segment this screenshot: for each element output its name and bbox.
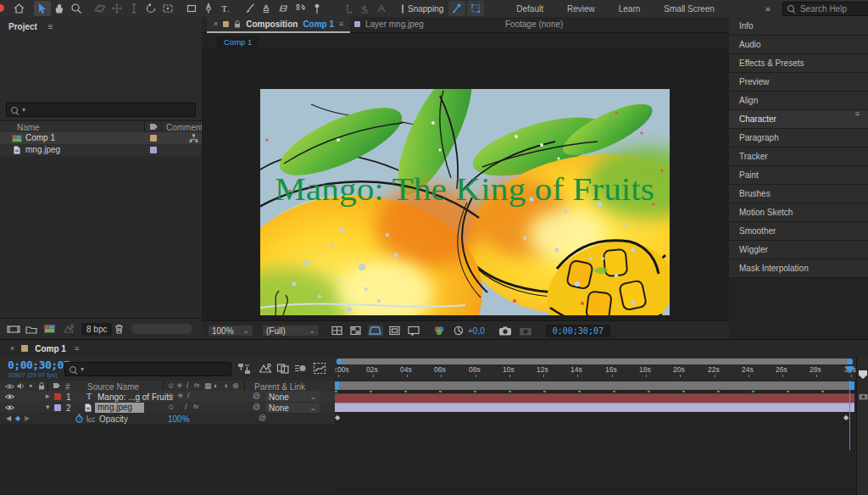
panel-menu-icon[interactable]: ≡ bbox=[48, 22, 53, 31]
layer-color-swatch[interactable] bbox=[54, 404, 61, 411]
exposure-value[interactable]: +0,0 bbox=[468, 326, 485, 336]
opacity-property-row[interactable]: ◀ ◆ ▶ Opacity 100% @ bbox=[0, 413, 335, 425]
opacity-keyframe-start[interactable]: ◆ bbox=[335, 414, 340, 421]
timeline-search-box[interactable]: ▾ bbox=[64, 362, 231, 376]
project-settings-icon[interactable] bbox=[63, 324, 75, 335]
parent-link-column-label[interactable]: Parent & Link bbox=[254, 382, 305, 392]
project-item-mng[interactable]: mng.jpeg bbox=[0, 144, 202, 156]
sidebar-item-smoother[interactable]: Smoother bbox=[729, 222, 868, 241]
sidebar-item-wiggler[interactable]: Wiggler bbox=[729, 241, 868, 259]
show-snapshot-icon[interactable] bbox=[519, 325, 532, 336]
next-keyframe-icon[interactable]: ▶ bbox=[25, 414, 30, 422]
home-icon[interactable] bbox=[10, 1, 27, 16]
label-swatch[interactable] bbox=[150, 135, 157, 142]
collapse-column-icon[interactable]: ✳ bbox=[176, 382, 183, 390]
tab-footage[interactable]: Footage (none) bbox=[505, 17, 563, 31]
thumbnail-scrubber[interactable] bbox=[131, 324, 192, 334]
frame-blending-icon[interactable] bbox=[276, 363, 290, 374]
new-folder-icon[interactable] bbox=[25, 325, 37, 334]
sidebar-item-brushes[interactable]: Brushes bbox=[729, 185, 868, 203]
viewer-area[interactable]: Mango: The King of Fruits bbox=[202, 48, 729, 320]
comp-breadcrumb[interactable]: Comp 1 bbox=[217, 36, 259, 48]
layer-name-selected[interactable]: mng.jpeg bbox=[95, 403, 144, 413]
video-column-eye-icon[interactable] bbox=[5, 383, 14, 390]
hand-tool-icon[interactable] bbox=[51, 1, 68, 16]
roto-brush-tool-icon[interactable] bbox=[292, 1, 309, 16]
resolution-dropdown[interactable]: (Full)⌄ bbox=[263, 325, 319, 336]
shy-column-icon[interactable]: ☺ bbox=[167, 382, 175, 390]
project-column-header[interactable]: Name Comment bbox=[0, 120, 202, 133]
brush-tool-icon[interactable] bbox=[241, 1, 258, 16]
property-value[interactable]: 100% bbox=[168, 414, 190, 424]
shy-switch-icon[interactable]: ☺ bbox=[167, 403, 175, 411]
track-area[interactable]: ◆ ◆ bbox=[335, 381, 856, 495]
parent-dropdown[interactable]: None⌄ bbox=[265, 392, 320, 402]
pen-tool-icon[interactable] bbox=[200, 1, 217, 16]
layer-bar-footage[interactable] bbox=[335, 403, 854, 412]
zoom-tool-icon[interactable] bbox=[68, 1, 85, 16]
sidebar-item-preview[interactable]: Preview bbox=[729, 73, 868, 92]
snapshot-camera-icon[interactable] bbox=[498, 325, 512, 336]
clone-stamp-tool-icon[interactable] bbox=[258, 1, 275, 16]
composition-canvas[interactable]: Mango: The King of Fruits bbox=[260, 89, 670, 315]
type-tool-icon[interactable]: T. bbox=[217, 1, 234, 16]
sidebar-item-effects-presets[interactable]: Effects & Presets bbox=[729, 54, 868, 73]
dolly-camera-tool-icon[interactable] bbox=[125, 1, 142, 16]
workspace-learn[interactable]: Learn bbox=[607, 4, 653, 14]
panel-menu-icon[interactable]: ≡ bbox=[855, 110, 860, 118]
audio-column-speaker-icon[interactable] bbox=[17, 382, 25, 390]
timeline-navigator-bar[interactable] bbox=[337, 359, 853, 364]
region-of-interest-icon[interactable] bbox=[368, 325, 383, 336]
snap-edges-icon[interactable] bbox=[448, 1, 465, 16]
parent-pickwhip-icon[interactable]: @ bbox=[253, 403, 260, 411]
workspace-small-screen[interactable]: Small Screen bbox=[652, 4, 726, 14]
interpret-footage-icon[interactable] bbox=[7, 325, 20, 334]
local-axis-mode-icon[interactable] bbox=[339, 1, 356, 16]
panel-menu-icon[interactable]: ≡ bbox=[339, 20, 343, 28]
snapping-checkbox[interactable] bbox=[402, 4, 403, 14]
sidebar-item-paragraph[interactable]: Paragraph bbox=[729, 129, 868, 147]
tab-composition[interactable]: × Composition Comp 1 ≡ bbox=[207, 17, 350, 33]
3d-column-icon[interactable]: ⊛ bbox=[232, 382, 239, 390]
adjustment-column-icon[interactable]: ◑ bbox=[223, 382, 227, 390]
sidebar-item-align[interactable]: Align bbox=[729, 92, 868, 110]
workspace-default[interactable]: Default bbox=[504, 4, 555, 14]
workspace-review[interactable]: Review bbox=[555, 4, 607, 14]
transparency-grid-icon[interactable] bbox=[349, 325, 363, 336]
magnification-dropdown[interactable]: 100%⌄ bbox=[209, 325, 253, 336]
world-axis-mode-icon[interactable] bbox=[356, 1, 373, 16]
puppet-pin-tool-icon[interactable] bbox=[309, 1, 326, 16]
expand-icon[interactable]: ▸ bbox=[46, 392, 50, 400]
sidebar-item-motion-sketch[interactable]: Motion Sketch bbox=[729, 203, 868, 222]
trash-icon[interactable] bbox=[114, 324, 124, 334]
new-composition-icon[interactable] bbox=[44, 325, 55, 333]
solo-column-icon[interactable]: ● bbox=[29, 382, 32, 388]
quality-switch-icon[interactable]: / bbox=[187, 392, 190, 400]
motion-blur-column-icon[interactable]: ◐ bbox=[214, 382, 218, 390]
tab-layer[interactable]: Layer mng.jpeg bbox=[354, 17, 424, 31]
snap-features-icon[interactable] bbox=[467, 1, 484, 16]
navigator-start-handle[interactable] bbox=[337, 359, 342, 364]
project-search-box[interactable]: ▾ bbox=[6, 103, 196, 117]
parent-pickwhip-icon[interactable]: @ bbox=[253, 392, 260, 400]
source-name-column-label[interactable]: Source Name bbox=[87, 382, 139, 392]
sidebar-item-info[interactable]: Info bbox=[729, 17, 868, 36]
property-name[interactable]: Opacity bbox=[99, 414, 128, 424]
selection-tool-icon[interactable] bbox=[34, 1, 51, 16]
lock-column-icon[interactable] bbox=[38, 382, 45, 390]
fx-switch-icon[interactable]: fx bbox=[193, 403, 198, 410]
fx-column-icon[interactable]: fx bbox=[194, 382, 199, 389]
view-axis-mode-icon[interactable] bbox=[373, 1, 390, 16]
panel-menu-icon[interactable]: ≡ bbox=[75, 345, 79, 353]
playhead-line[interactable] bbox=[849, 381, 850, 450]
graph-overlay-icon[interactable] bbox=[86, 414, 96, 422]
rotation-tool-icon[interactable] bbox=[142, 1, 159, 16]
current-timecode[interactable]: 0;00;30;07 bbox=[8, 359, 70, 371]
prev-keyframe-icon[interactable]: ◀ bbox=[6, 414, 11, 422]
project-panel-title[interactable]: Project ≡ bbox=[8, 22, 53, 31]
layer-row-text[interactable]: ▸ 1 T Mango: ...g of Fruits ☺ ✳ / @ None… bbox=[0, 391, 335, 403]
label-column-icon[interactable] bbox=[53, 382, 61, 389]
timeline-tab-label[interactable]: Comp 1 bbox=[35, 344, 66, 353]
shy-switch-icon[interactable]: ☺ bbox=[167, 392, 175, 400]
grid-guides-icon[interactable] bbox=[331, 325, 344, 336]
